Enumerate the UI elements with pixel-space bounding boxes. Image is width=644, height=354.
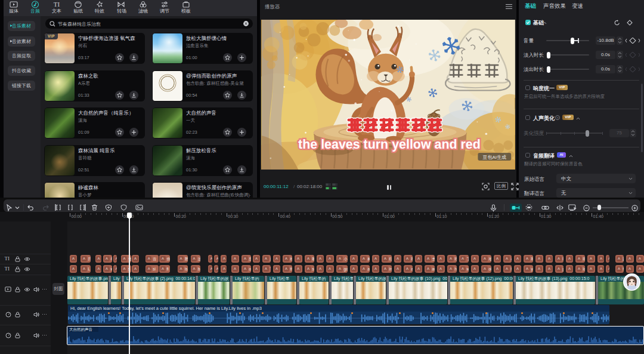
svg-text:the leaves turn yellow and red: the leaves turn yellow and red (298, 137, 481, 152)
svg-text:豆包AI生成: 豆包AI生成 (482, 155, 506, 160)
svg-text:TI: TI (54, 1, 60, 8)
